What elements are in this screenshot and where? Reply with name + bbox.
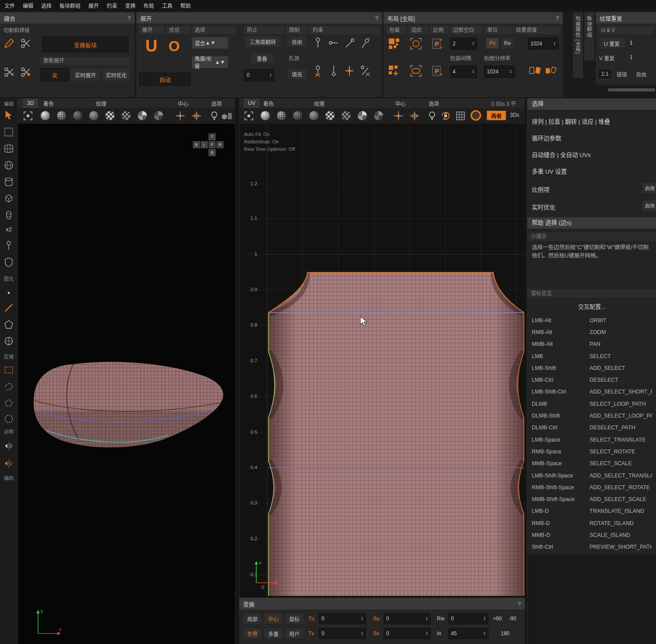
pivot-mouse-button[interactable]: 鼠标 [285,613,304,624]
pin-hook-icon[interactable] [359,36,372,50]
shading-solid-icon[interactable] [41,111,50,120]
scale-item-button[interactable]: 比例项 [527,183,656,195]
autoseam-actions-row[interactable]: 自动缝合 | 全自动 UVs [527,148,656,160]
menu-help[interactable]: 帮助 [180,2,191,9]
scissors-seam-icon[interactable] [19,37,32,50]
nav-cube-left[interactable]: L [201,141,208,148]
menu-unfold[interactable]: 展开 [88,2,99,9]
spacing-spinner[interactable]: 4 ▲▼ [450,66,477,78]
fit-ellipse-icon[interactable] [409,64,423,78]
tv-spinner[interactable]: 0 ▲▼ [319,628,366,639]
tab-island-groups[interactable]: 板块群组 [584,12,594,60]
viewport-3d[interactable]: 3D 着色 纹理 中心 选项 T B L [17,98,235,644]
blend-spinner-icons[interactable]: ▲▼ [205,40,216,46]
shading-checker-dim-icon[interactable] [122,111,131,120]
unfold-tab[interactable]: 展开 [139,26,164,34]
overlap-button[interactable]: 重叠 [250,52,274,64]
link-label[interactable]: 链接 [617,70,627,78]
ratio-1-1-button[interactable]: 1:1 [597,68,612,80]
sphere-project-tool[interactable] [3,160,14,171]
fill-button[interactable]: 填充 [287,68,307,80]
margin-spinner[interactable]: 2 ▲▼ [450,38,477,50]
menu-constraints[interactable]: 约束 [107,2,117,9]
select-arrow-tool[interactable] [3,110,14,121]
shading-flat-icon[interactable] [89,111,98,120]
rotate-plus-90-button[interactable]: +90 [493,616,502,622]
primitive-display-icon[interactable] [221,110,233,122]
blend-select[interactable]: 混合 ▲▼ [192,37,228,49]
pivot-center-button[interactable]: 中心 [264,613,283,624]
in-spinner[interactable]: 45 ▲▼ [448,628,489,639]
triangle-flip-button[interactable]: 三角面翻转 [244,36,282,47]
menu-tools[interactable]: 工具 [162,2,172,9]
uv-sheet-tool[interactable] [3,143,14,154]
pin-tool[interactable] [3,240,14,251]
shading-pie-icon[interactable] [138,111,147,120]
re-unit-button[interactable]: Re [501,38,514,49]
rectangle-region-tool[interactable] [3,364,14,376]
multi-uv-settings-button[interactable]: 多重 UV 设置 [527,165,656,177]
unfold-u-icon[interactable]: U [141,36,162,56]
fit-box-icon[interactable] [409,37,423,51]
nav-cube[interactable]: T B L F R B [192,133,225,158]
pack-rotate-icon[interactable] [544,64,558,78]
nav-cube-front[interactable]: F [209,141,216,148]
shading-checker-icon[interactable] [105,111,115,120]
edge-mode-tool[interactable] [3,302,14,313]
pin-cross-icon[interactable] [343,64,356,78]
protect-shield-tool[interactable] [3,257,14,268]
cylinder-project-tool[interactable] [3,176,14,188]
texture-panel-scrollbar[interactable] [608,88,655,91]
brush-seam-icon[interactable] [3,37,16,50]
map-resolution-spinner[interactable]: 1024 ▲▼ [484,66,515,78]
lasso-region-tool[interactable] [3,381,14,392]
nav-cube-top[interactable]: T [209,133,216,140]
vertex-mode-tool[interactable] [3,287,14,299]
tab-pack-properties[interactable]: 包装属性 [全局] [573,12,583,78]
shading-pie-dim-icon[interactable] [154,111,163,120]
mirror-v-tool[interactable] [3,458,14,469]
light-icon[interactable] [209,110,220,122]
free-button[interactable]: 自由 [287,36,307,47]
menu-island-groups[interactable]: 板块群组 [59,2,80,9]
arrange-actions-row[interactable]: 排列 | 拉直 | 翻转 | 适应 | 堆叠 [527,115,656,127]
pivot-local-button[interactable]: 局部 [243,613,262,624]
nav-cube-right[interactable]: R [216,141,223,148]
pin-horizontal-icon[interactable] [327,36,340,50]
realtime-unfold-button[interactable]: 实时展开 [70,68,101,81]
polygon-mode-tool[interactable] [3,319,14,330]
optimize-tab[interactable]: 优化 [166,26,190,34]
cut-icon[interactable] [3,66,16,79]
mesh-3d[interactable] [21,326,231,483]
center-selection-icon[interactable] [191,110,202,122]
rotate-180-button[interactable]: 180 [501,630,509,637]
box-project-tool[interactable] [3,193,14,204]
viewport-3d-tab[interactable]: 3D [23,99,38,108]
unfold-help-button[interactable]: ? [375,15,378,21]
loop-edge-params-button[interactable]: 循环边参数 [527,132,656,144]
pin-delete-icon[interactable] [311,64,325,78]
polygon-region-tool[interactable] [3,397,14,409]
frame-select-icon[interactable] [22,110,34,122]
pin-cut-icon[interactable] [359,64,372,78]
pin-icon[interactable] [311,36,325,50]
pack-selected-icon[interactable] [387,64,401,78]
rw-spinner[interactable]: 0 ▲▼ [448,613,489,624]
free-mode-label[interactable]: 自由 [636,70,646,78]
transform-help-button[interactable]: ? [518,601,521,607]
transform-island-button[interactable]: 变换板块 [42,37,129,52]
menu-edit[interactable]: 编辑 [23,2,33,9]
viewport-uv[interactable]: UV 着色 纹理 中心 选项 0 3Ds 3 平 [239,98,525,598]
realtime-optimize-enable-button[interactable]: 启用 [642,200,656,211]
options-tab[interactable]: 选项 [192,26,235,34]
menu-transform[interactable]: 变换 [125,2,136,9]
px-unit-button[interactable]: Px [486,38,499,49]
pivot-world-button[interactable]: 世界 [243,628,262,639]
realtime-optimize-button[interactable]: 实时优化 [102,68,131,81]
realtime-off-button[interactable]: 关 [40,68,69,81]
layout-help-button[interactable]: ? [556,15,559,21]
menu-layout[interactable]: 布局 [143,2,154,9]
pin-diagonal-icon[interactable] [343,36,356,50]
pin-vertical-icon[interactable] [327,64,340,78]
scale-item-enable-button[interactable]: 启用 [642,182,656,194]
